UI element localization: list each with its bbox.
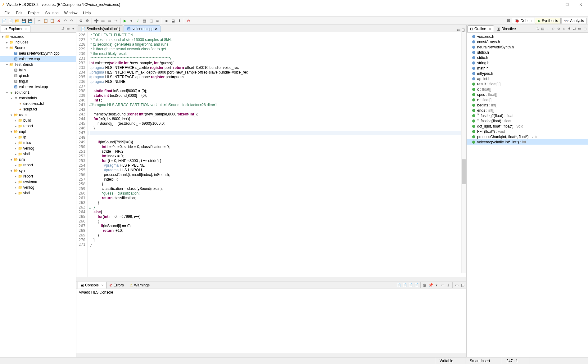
menu-file[interactable]: File [2, 10, 13, 16]
menu-project[interactable]: Project [25, 10, 42, 16]
new2-icon[interactable]: 📄 [8, 18, 13, 24]
schedule-icon[interactable]: ⬍ [177, 18, 182, 24]
tree-node[interactable]: ▾syn [0, 168, 76, 173]
warnings-tab[interactable]: ⚠Warnings [127, 282, 152, 288]
pin-icon[interactable]: 📌 [428, 283, 433, 288]
close-icon[interactable]: ✕ [101, 284, 104, 287]
outline-item[interactable]: c : float[] [467, 87, 588, 92]
tree-node[interactable]: ▸ip [0, 134, 76, 140]
sort-icon[interactable]: ⇅ [535, 27, 540, 31]
hide-static-icon[interactable]: ◇ [551, 27, 555, 31]
tree-node[interactable]: neuralNetworkSynth.cpp [0, 51, 76, 56]
synth-icon[interactable]: ✓ [135, 18, 141, 24]
menu-help[interactable]: Help [80, 10, 93, 16]
view-menu-icon[interactable]: ▾ [71, 27, 75, 31]
con-icon[interactable]: 📄 [414, 283, 419, 288]
undo-icon[interactable]: ↶ [62, 18, 68, 24]
outline-item[interactable]: math.h [467, 65, 588, 71]
scrollbar-thumb[interactable] [462, 160, 466, 184]
tree-node[interactable]: ▾csim [0, 112, 76, 118]
stop-icon[interactable]: ■ [164, 18, 169, 24]
cosim-icon[interactable]: ▭ [106, 18, 112, 24]
outline-tab[interactable]: ⊟Outline✕ [467, 25, 494, 32]
maximize-icon[interactable]: ▢ [583, 27, 587, 31]
save-all-icon[interactable]: 💾 [27, 18, 33, 24]
open-icon[interactable]: ▭ [440, 283, 445, 288]
perspective-debug[interactable]: 🐞Debug [512, 18, 534, 24]
outline-item[interactable]: voicerec.h [467, 34, 588, 39]
tree-node[interactable]: ▾voicerec [0, 34, 76, 39]
outline-item[interactable]: stdlib.h [467, 50, 588, 55]
tree-node[interactable]: ▾sim [0, 157, 76, 162]
outline-item[interactable]: Sfastlog(float) : float [467, 118, 588, 124]
menu-window[interactable]: Window [62, 10, 80, 16]
editor-tab-voicerec[interactable]: voicerec.cpp ✕ [124, 25, 161, 32]
outline-item[interactable]: inttypes.h [467, 71, 588, 76]
export-icon[interactable]: ⇥ [113, 18, 119, 24]
delete-icon[interactable]: ✖ [56, 18, 61, 24]
outline-item[interactable]: ap_int.h [467, 76, 588, 81]
tree-node[interactable]: ▸build [0, 118, 76, 123]
scroll-lock-icon[interactable]: ⤓ [446, 283, 451, 288]
grid-icon[interactable]: ▦ [142, 18, 147, 24]
tree-node[interactable]: ▸report [0, 123, 76, 129]
new-icon[interactable]: 📄 [1, 18, 7, 24]
collapse-icon[interactable]: ✱ [567, 27, 571, 31]
tree-node[interactable]: ▸verilog [0, 146, 76, 151]
close-icon[interactable]: ✕ [25, 27, 28, 31]
tree-node[interactable]: voicerec_test.cpp [0, 84, 76, 90]
con-icon[interactable]: 📄 [408, 283, 413, 288]
outline-item[interactable]: spec : float[] [467, 92, 588, 97]
tree-node[interactable]: lai.h [0, 67, 76, 73]
editor-tab-synthesis[interactable]: 📄 Synthesis(solution1) [78, 25, 123, 32]
tree-node[interactable]: directives.tcl [0, 101, 76, 106]
tree-node[interactable]: ▾Test Bench [0, 62, 76, 67]
maximize-icon[interactable]: ▢ [460, 283, 465, 288]
outline-item[interactable]: result : float[][] [467, 81, 588, 87]
link-icon[interactable]: ⇄ [572, 27, 577, 31]
errors-tab[interactable]: ⊘Errors [106, 282, 127, 288]
run-icon[interactable]: ▶ [122, 18, 128, 24]
hide-fields-icon[interactable]: ◦ [546, 27, 550, 31]
outline-item[interactable]: constArrays.h [467, 39, 588, 44]
minimize-icon[interactable]: ▭ [454, 283, 459, 288]
tree-node[interactable]: ▸verilog [0, 185, 76, 190]
clear-icon[interactable]: 🗑 [422, 283, 427, 288]
minimize-icon[interactable]: ▭ [577, 27, 582, 31]
tree-node[interactable]: voicerec.cpp [0, 56, 76, 62]
tree-node[interactable]: script.tcl [0, 106, 76, 112]
save-icon[interactable]: 💾 [21, 18, 26, 24]
outline-item[interactable]: dct_ii(int, float*, float*) : void [467, 124, 588, 129]
perspective-menu-icon[interactable]: ⊞ [506, 18, 511, 23]
link-icon[interactable]: ⇄ [61, 27, 65, 31]
open-icon[interactable]: 📂 [14, 18, 20, 24]
explorer-tab[interactable]: 🗂 Explorer ✕ [1, 25, 30, 32]
tree-node[interactable]: ▸vhdl [0, 190, 76, 196]
tree-node[interactable]: ▾impl [0, 129, 76, 134]
explorer-tree[interactable]: ▾voicerec▸Includes▾SourceneuralNetworkSy… [0, 33, 76, 357]
tree-node[interactable]: ▸systemc [0, 179, 76, 185]
redo-icon[interactable]: ↷ [69, 18, 75, 24]
tree-node[interactable]: ▾solution1 [0, 90, 76, 95]
perspective-synthesis[interactable]: ▶Synthesis [535, 18, 561, 24]
tree-node[interactable]: ting.h [0, 79, 76, 84]
sim-icon[interactable]: ▭ [100, 18, 106, 24]
directive-tab[interactable]: ◫Directive [494, 25, 519, 32]
menu-solution[interactable]: Solution [43, 10, 61, 16]
outline-item[interactable]: voicerec(volatile int*, int*) : int [467, 139, 588, 145]
tree-node[interactable]: ▾constraints [0, 95, 76, 101]
outline-item[interactable]: Sfastlog2(float) : float [467, 113, 588, 118]
outline-item[interactable]: ends : int[] [467, 108, 588, 113]
hide-nonpublic-icon[interactable]: ⊘ [556, 27, 561, 31]
tree-node[interactable]: ▸misc [0, 140, 76, 146]
wave-icon[interactable]: ≋ [155, 18, 160, 24]
tree-node[interactable]: qian.h [0, 73, 76, 79]
maximize-button[interactable]: ☐ [562, 1, 572, 8]
open-wave-icon[interactable]: ⊗ [186, 18, 191, 24]
paste-icon[interactable]: 📋 [49, 18, 55, 24]
cut-icon[interactable]: ✂ [36, 18, 42, 24]
outline-item[interactable]: neuralNetworkSynth.h [467, 44, 588, 50]
tree-node[interactable]: ▸report [0, 173, 76, 179]
new-solution-icon[interactable]: ➕ [93, 18, 99, 24]
perspective-analysis[interactable]: 👓Analysis [561, 18, 587, 24]
